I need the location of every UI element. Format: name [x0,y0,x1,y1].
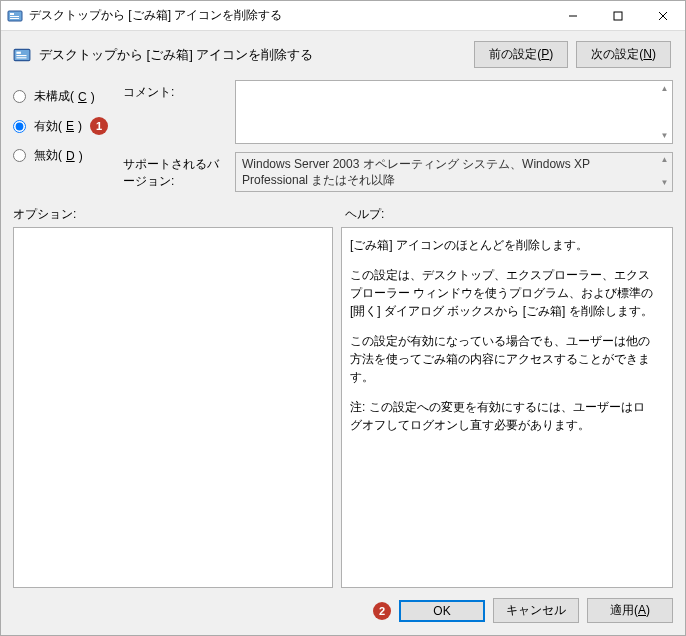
callout-2: 2 [373,602,391,620]
top-area: 未構成(C) 有効(E) 1 無効(D) コメント: ▲ ▼ [1,74,685,196]
minimize-button[interactable] [550,1,595,30]
ok-button[interactable]: OK [399,600,485,622]
help-p3: この設定が有効になっている場合でも、ユーザーは他の方法を使ってごみ箱の内容にアク… [350,332,654,386]
next-suffix: ) [652,47,656,61]
scroll-down-icon[interactable]: ▼ [658,177,671,190]
apply-label: 適用( [610,603,638,617]
help-p1: [ごみ箱] アイコンのほとんどを削除します。 [350,236,654,254]
help-p4: 注: この設定への変更を有効にするには、ユーザーはログオフしてログオンし直す必要… [350,398,654,434]
radio-en-suffix: ) [78,119,82,133]
header: デスクトップから [ごみ箱] アイコンを削除する 前の設定(P) 次の設定(N) [1,31,685,74]
radio-not-configured-label: 未構成( [34,88,74,105]
state-radios: 未構成(C) 有効(E) 1 無効(D) [13,80,113,192]
prev-suffix: ) [549,47,553,61]
callout-1: 1 [90,117,108,135]
radio-nc-suffix: ) [91,90,95,104]
window-title: デスクトップから [ごみ箱] アイコンを削除する [29,7,550,24]
supported-value: Windows Server 2003 オペレーティング システム、Window… [242,157,590,187]
help-panel: [ごみ箱] アイコンのほとんどを削除します。 この設定は、デスクトップ、エクスプ… [341,227,673,588]
scroll-up-icon[interactable]: ▲ [658,154,671,167]
svg-rect-1 [10,13,14,15]
section-labels: オプション: ヘルプ: [1,196,685,227]
radio-not-configured[interactable]: 未構成(C) [13,88,113,105]
next-setting-button[interactable]: 次の設定(N) [576,41,671,68]
scroll-down-icon[interactable]: ▼ [658,129,671,142]
radio-nc-hotkey: C [78,90,87,104]
svg-rect-5 [614,12,622,20]
svg-rect-10 [16,55,26,56]
previous-setting-button[interactable]: 前の設定(P) [474,41,568,68]
nav-buttons: 前の設定(P) 次の設定(N) [474,41,673,68]
radio-disabled-label: 無効( [34,147,62,164]
help-p2: この設定は、デスクトップ、エクスプローラー、エクスプローラー ウィンドウを使うプ… [350,266,654,320]
supported-label: サポートされるバージョン: [123,152,227,190]
maximize-button[interactable] [595,1,640,30]
policy-icon [7,8,23,24]
radio-disabled-input[interactable] [13,149,26,162]
comment-label: コメント: [123,80,227,101]
scroll-up-icon[interactable]: ▲ [658,82,671,95]
cancel-button[interactable]: キャンセル [493,598,579,623]
comment-textarea[interactable]: ▲ ▼ [235,80,673,144]
supported-on-box: Windows Server 2003 オペレーティング システム、Window… [235,152,673,192]
help-label: ヘルプ: [345,206,673,223]
radio-enabled-input[interactable] [13,120,26,133]
radio-di-suffix: ) [79,149,83,163]
options-label: オプション: [13,206,345,223]
radio-not-configured-input[interactable] [13,90,26,103]
apply-hotkey: A [638,603,646,617]
radio-disabled[interactable]: 無効(D) [13,147,113,164]
next-hotkey: N [643,47,652,61]
radio-en-hotkey: E [66,119,74,133]
svg-rect-3 [10,18,19,19]
policy-title: デスクトップから [ごみ箱] アイコンを削除する [39,46,466,64]
footer: 2 OK キャンセル 適用(A) [1,588,685,635]
svg-rect-11 [16,57,26,58]
titlebar[interactable]: デスクトップから [ごみ箱] アイコンを削除する [1,1,685,31]
apply-button[interactable]: 適用(A) [587,598,673,623]
policy-header-icon [13,46,31,64]
next-label: 次の設定( [591,47,643,61]
svg-rect-9 [16,51,21,53]
panels: [ごみ箱] アイコンのほとんどを削除します。 この設定は、デスクトップ、エクスプ… [1,227,685,588]
apply-suffix: ) [646,603,650,617]
fields-column: コメント: ▲ ▼ サポートされるバージョン: Windows Server 2… [123,80,673,192]
radio-enabled-label: 有効( [34,118,62,135]
radio-di-hotkey: D [66,149,75,163]
radio-enabled[interactable]: 有効(E) 1 [13,117,113,135]
close-button[interactable] [640,1,685,30]
svg-rect-2 [10,16,19,17]
policy-dialog: デスクトップから [ごみ箱] アイコンを削除する デスクトップから [ごみ箱] … [0,0,686,636]
prev-label: 前の設定( [489,47,541,61]
options-panel [13,227,333,588]
window-controls [550,1,685,30]
